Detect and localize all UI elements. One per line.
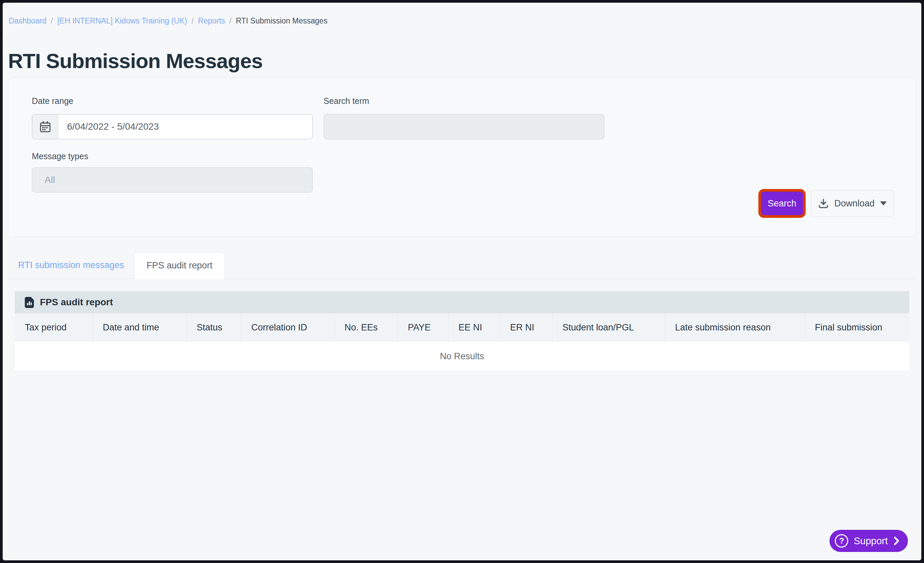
download-icon (818, 198, 829, 209)
column-header-tax-period: Tax period (15, 313, 93, 342)
column-header-paye: PAYE (398, 313, 448, 342)
support-button[interactable]: ? Support (830, 530, 908, 552)
search-button[interactable]: Search (761, 192, 803, 215)
column-header-date-and-time: Date and time (93, 313, 186, 342)
question-circle-icon: ? (835, 534, 848, 548)
search-term-field-group: Search term (324, 96, 604, 139)
table-header-row: Tax period Date and time Status Correlat… (15, 313, 909, 342)
date-range-input-wrap (32, 114, 313, 139)
column-header-student-loan-pgl: Student loan/PGL (552, 313, 665, 342)
search-term-label: Search term (324, 96, 604, 106)
column-header-ee-ni: EE NI (448, 313, 500, 342)
breadcrumb-separator: / (230, 16, 231, 25)
breadcrumb-separator: / (192, 16, 194, 25)
calendar-icon (33, 115, 58, 139)
fps-audit-report-table: Tax period Date and time Status Correlat… (15, 313, 909, 342)
fps-audit-report-card: FPS audit report Tax period Date and tim… (15, 291, 909, 371)
breadcrumb: Dashboard / [EH INTERNAL] Kidows Trainin… (9, 16, 327, 25)
message-types-field-group: Message types (32, 151, 313, 193)
download-button-label: Download (834, 198, 874, 209)
app-window: Dashboard / [EH INTERNAL] Kidows Trainin… (0, 0, 924, 563)
date-range-label: Date range (32, 96, 313, 106)
card-title: FPS audit report (40, 297, 113, 308)
caret-down-icon (880, 201, 887, 205)
tab-rti-submission-messages[interactable]: RTI submission messages (8, 252, 134, 279)
support-button-label: Support (854, 536, 888, 547)
column-header-no-ees: No. EEs (334, 313, 398, 342)
page-title: RTI Submission Messages (8, 49, 916, 73)
column-header-er-ni: ER NI (500, 313, 552, 342)
tab-fps-audit-report[interactable]: FPS audit report (134, 252, 225, 279)
breadcrumb-current-page: RTI Submission Messages (236, 16, 327, 25)
download-button[interactable]: Download (811, 190, 894, 217)
empty-results-row: No Results (15, 342, 909, 371)
report-icon (25, 297, 34, 308)
column-header-correlation-id: Correlation ID (241, 313, 334, 342)
date-range-field-group: Date range (32, 96, 313, 139)
breadcrumb-dashboard[interactable]: Dashboard (9, 16, 46, 25)
breadcrumb-reports[interactable]: Reports (198, 16, 225, 25)
column-header-final-submission: Final submission (805, 313, 909, 342)
filter-panel: Date range (8, 78, 916, 237)
message-types-label: Message types (32, 151, 313, 161)
breadcrumb-separator: / (51, 16, 53, 25)
date-range-input[interactable] (58, 115, 312, 139)
report-tabs: RTI submission messages FPS audit report (8, 252, 916, 279)
message-types-input (32, 167, 313, 193)
search-term-input (324, 114, 604, 139)
no-results-text: No Results (440, 351, 484, 362)
breadcrumb-bar: Dashboard / [EH INTERNAL] Kidows Trainin… (3, 3, 921, 39)
column-header-status: Status (186, 313, 241, 342)
card-header: FPS audit report (15, 291, 909, 313)
column-header-late-submission-reason: Late submission reason (665, 313, 805, 342)
chevron-right-icon (893, 536, 900, 546)
filter-actions: Search Download (758, 189, 894, 218)
breadcrumb-company[interactable]: [EH INTERNAL] Kidows Training (UK) (57, 16, 187, 25)
